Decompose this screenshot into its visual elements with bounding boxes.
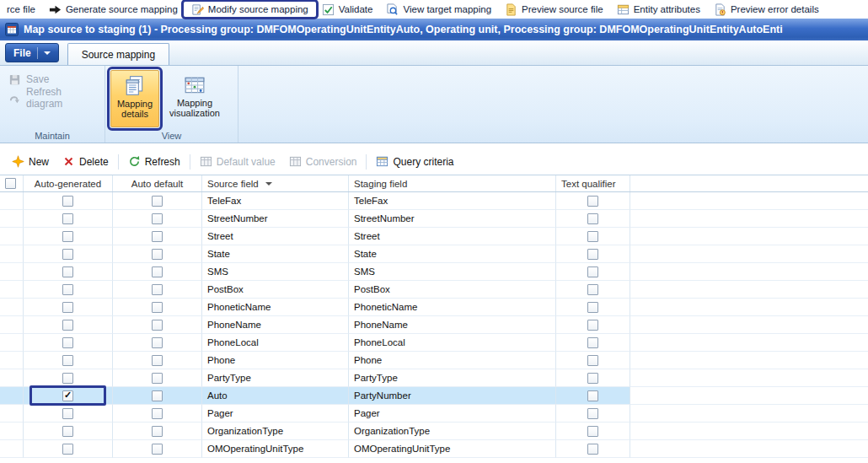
table-row[interactable]: StreetStreet: [0, 228, 868, 245]
query-criteria-button[interactable]: Query criteria: [369, 153, 460, 170]
new-button[interactable]: New: [5, 153, 56, 170]
column-header-auto-default[interactable]: Auto default: [113, 175, 202, 191]
staging-field-cell[interactable]: Phone: [349, 352, 556, 369]
table-row[interactable]: PostBoxPostBox: [0, 281, 868, 299]
row-selector-cell[interactable]: [0, 299, 24, 316]
text-qualifier-checkbox[interactable]: [587, 373, 598, 384]
source-file-button[interactable]: rce file: [0, 3, 42, 16]
staging-field-cell[interactable]: Street: [349, 228, 556, 245]
text-qualifier-checkbox[interactable]: [587, 320, 598, 331]
staging-field-cell[interactable]: PhoneticName: [349, 299, 556, 316]
auto-generated-checkbox[interactable]: [62, 444, 73, 455]
staging-field-cell[interactable]: State: [349, 245, 556, 263]
auto-default-checkbox[interactable]: [152, 426, 163, 437]
auto-generated-checkbox[interactable]: [62, 390, 73, 401]
table-row[interactable]: PartyTypePartyType: [0, 369, 868, 387]
mapping-visualization-button[interactable]: Mapping visualization: [164, 70, 225, 127]
table-row[interactable]: PagerPager: [0, 405, 868, 423]
auto-default-checkbox[interactable]: [152, 337, 163, 348]
file-menu-button[interactable]: File: [5, 43, 59, 62]
source-field-cell[interactable]: Street: [202, 228, 349, 245]
staging-field-cell[interactable]: SMS: [349, 263, 556, 281]
text-qualifier-checkbox[interactable]: [587, 249, 598, 260]
table-row[interactable]: PhoneNamePhoneName: [0, 316, 868, 334]
auto-generated-checkbox[interactable]: [62, 408, 73, 419]
row-selector-cell[interactable]: [0, 245, 24, 263]
default-value-button[interactable]: Default value: [193, 153, 282, 170]
modify-source-mapping-button[interactable]: Modify source mapping: [185, 3, 315, 16]
text-qualifier-checkbox[interactable]: [587, 284, 598, 295]
text-qualifier-checkbox[interactable]: [587, 231, 598, 242]
auto-generated-checkbox[interactable]: [62, 213, 73, 224]
staging-field-cell[interactable]: TeleFax: [349, 192, 556, 210]
text-qualifier-checkbox[interactable]: [587, 408, 598, 419]
staging-field-cell[interactable]: OrganizationType: [349, 423, 556, 440]
refresh-button[interactable]: Refresh: [121, 153, 187, 170]
row-selector-cell[interactable]: [0, 423, 24, 440]
row-selector-cell[interactable]: [0, 387, 24, 405]
auto-generated-checkbox[interactable]: [62, 249, 73, 260]
mapping-details-button[interactable]: Mapping details: [110, 70, 159, 127]
source-field-cell[interactable]: PostBox: [202, 281, 349, 299]
table-row[interactable]: OrganizationTypeOrganizationType: [0, 423, 868, 440]
source-field-cell[interactable]: TeleFax: [202, 192, 349, 210]
row-selector-cell[interactable]: [0, 210, 24, 228]
source-field-cell[interactable]: Pager: [202, 405, 349, 423]
row-selector-cell[interactable]: [0, 369, 24, 387]
sort-filter-arrow-icon[interactable]: [265, 182, 272, 186]
auto-default-checkbox[interactable]: [152, 408, 163, 419]
auto-default-checkbox[interactable]: [152, 373, 163, 384]
text-qualifier-checkbox[interactable]: [587, 213, 598, 224]
auto-default-checkbox[interactable]: [152, 444, 163, 455]
staging-field-cell[interactable]: PostBox: [349, 281, 556, 299]
text-qualifier-checkbox[interactable]: [587, 444, 598, 455]
auto-generated-checkbox[interactable]: [62, 284, 73, 295]
text-qualifier-checkbox[interactable]: [587, 302, 598, 313]
auto-default-checkbox[interactable]: [152, 390, 163, 401]
row-selector-cell[interactable]: [0, 192, 24, 210]
auto-default-checkbox[interactable]: [152, 302, 163, 313]
row-selector-cell[interactable]: [0, 440, 24, 458]
conversion-button[interactable]: Conversion: [282, 153, 364, 170]
source-field-cell[interactable]: Auto: [202, 387, 349, 405]
auto-generated-checkbox[interactable]: [62, 196, 73, 207]
column-header-auto-generated[interactable]: Auto-generated: [24, 175, 113, 191]
auto-generated-checkbox[interactable]: [62, 355, 73, 366]
table-row[interactable]: TeleFaxTeleFax: [0, 192, 868, 210]
auto-generated-checkbox[interactable]: [62, 302, 73, 313]
auto-generated-checkbox[interactable]: [62, 337, 73, 348]
source-field-cell[interactable]: Phone: [202, 352, 349, 369]
auto-default-checkbox[interactable]: [152, 213, 163, 224]
column-header-source-field[interactable]: Source field: [202, 175, 349, 191]
table-row[interactable]: PhoneLocalPhoneLocal: [0, 334, 868, 352]
auto-default-checkbox[interactable]: [152, 249, 163, 260]
text-qualifier-checkbox[interactable]: [587, 390, 598, 401]
staging-field-cell[interactable]: PhoneLocal: [349, 334, 556, 352]
auto-default-checkbox[interactable]: [152, 355, 163, 366]
row-selector-cell[interactable]: [0, 281, 24, 299]
auto-default-checkbox[interactable]: [152, 266, 163, 277]
staging-field-cell[interactable]: StreetNumber: [349, 210, 556, 228]
table-row[interactable]: StateState: [0, 245, 868, 263]
auto-generated-checkbox[interactable]: [62, 266, 73, 277]
table-row[interactable]: AutoPartyNumber: [0, 387, 868, 405]
source-field-cell[interactable]: StreetNumber: [202, 210, 349, 228]
staging-field-cell[interactable]: PhoneName: [349, 316, 556, 334]
auto-generated-checkbox[interactable]: [62, 426, 73, 437]
staging-field-cell[interactable]: Pager: [349, 405, 556, 423]
source-field-cell[interactable]: OMOperatingUnitType: [202, 440, 349, 458]
text-qualifier-checkbox[interactable]: [587, 355, 598, 366]
table-row[interactable]: PhonePhone: [0, 352, 868, 369]
auto-default-checkbox[interactable]: [152, 320, 163, 331]
row-selector-cell[interactable]: [0, 405, 24, 423]
text-qualifier-checkbox[interactable]: [587, 196, 598, 207]
staging-field-cell[interactable]: PartyType: [349, 369, 556, 387]
source-field-cell[interactable]: OrganizationType: [202, 423, 349, 440]
text-qualifier-checkbox[interactable]: [587, 337, 598, 348]
tab-source-mapping[interactable]: Source mapping: [67, 43, 169, 65]
refresh-diagram-button[interactable]: Refresh diagram: [5, 89, 99, 107]
column-header-text-qualifier[interactable]: Text qualifier: [556, 175, 630, 191]
text-qualifier-checkbox[interactable]: [587, 426, 598, 437]
row-selector-cell[interactable]: [0, 263, 24, 281]
staging-field-cell[interactable]: PartyNumber: [349, 387, 556, 405]
